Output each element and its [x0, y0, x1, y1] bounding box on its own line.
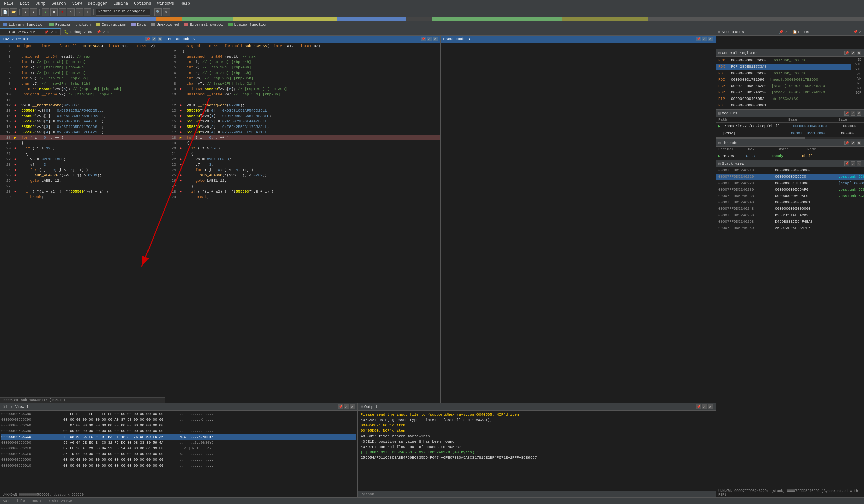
modules-float-btn[interactable]: ⤢	[851, 111, 855, 116]
register-row-rdi[interactable]: RDI0000000317E1D90[heap]:0000000317E1D90	[716, 77, 851, 83]
settings-btn[interactable]: ⚙	[163, 9, 170, 16]
stack-row[interactable]: 00007FFDD52462380000000005C9AF0.bss:unk_…	[716, 193, 864, 199]
tab-enums[interactable]: 📋 Enums 📌 ⤢	[790, 28, 864, 35]
threads-float-btn[interactable]: ⤢	[851, 141, 855, 145]
pseudo-line[interactable]: 1unsigned __int64 __fastcall sub_405CAA(…	[165, 43, 441, 49]
ida-view-close-btn[interactable]: ✕	[158, 37, 162, 41]
register-row-rsi[interactable]: RSI00000000005C6CC0.bss:unk_5C6CC0	[716, 70, 851, 77]
pseudo-line[interactable]: 9● __int64 555500">v8[5]; // [rsp+30h] […	[165, 86, 441, 92]
threads-content[interactable]: Decimal Hex State Name ▶49705C283Readych…	[716, 147, 864, 160]
pseudo-line[interactable]: 29 break;	[165, 194, 441, 200]
tab-ida-pin[interactable]: 📌	[44, 30, 48, 34]
code-line-24[interactable]: 24● for ( j = 0; j <= 4; ++j )	[0, 167, 165, 173]
pseudo-line[interactable]: 5 int k; // [rsp+20h] [rbp-40h]	[165, 65, 441, 70]
pseudocode-a-float-btn[interactable]: ⤢	[427, 37, 432, 41]
hex-row[interactable]: 000000005C6CE0E9 FF 3C AE C9 5D 8A 52 F5…	[1, 446, 356, 451]
pseudo-line[interactable]: 11	[165, 97, 441, 102]
registers-pin-btn[interactable]: 📌	[844, 51, 849, 55]
hex-row[interactable]: 000000005C6CF036 1D 00 00 00 00 00 00 00…	[1, 451, 356, 457]
pseudo-line[interactable]: 19 {	[165, 140, 441, 146]
registers-close-btn[interactable]: ✕	[856, 51, 861, 55]
stack-view-content[interactable]: 00007FFDD5246218000000000000000000007FFD…	[716, 167, 864, 488]
menu-options[interactable]: Options	[131, 1, 154, 7]
pseudocode-b-float-btn[interactable]: ⤢	[702, 37, 707, 41]
pseudocode-a-close-btn[interactable]: ✕	[433, 37, 438, 41]
code-line-8[interactable]: 8 char v7; // [rsp+2Fh] [rbp-31h]	[0, 81, 165, 86]
pseudo-line[interactable]: 20● if ( i > 39 )	[165, 146, 441, 151]
pseudo-line[interactable]: 7 int v6; // [rsp+28h] [rbp-35h]	[165, 76, 441, 81]
pseudo-line[interactable]: 25● sub_4E4060(*(&v6 + j) ^ 0x89);	[165, 173, 441, 178]
pseudo-line[interactable]: 22● v6 = 0xE1EEE0FB;	[165, 157, 441, 162]
pseudocode-a-content[interactable]: 1unsigned __int64 __fastcall sub_405CAA(…	[165, 42, 441, 403]
hex-row[interactable]: 000000005C6CD092 A6 04 CE EC E4 C0 32 FC…	[1, 440, 356, 446]
pseudocode-a-pin-btn[interactable]: 📌	[421, 37, 425, 41]
code-line-11[interactable]: 11	[0, 97, 165, 102]
pseudo-line[interactable]: 21 {	[165, 151, 441, 157]
hex-view-close-btn[interactable]: ✕	[350, 405, 355, 409]
pseudo-line[interactable]: 27 }	[165, 184, 441, 189]
open-btn[interactable]: 📂	[10, 9, 17, 16]
thread-row[interactable]: ▶49705C283Readychall	[716, 152, 864, 160]
ida-view-pin-btn[interactable]: 📌	[145, 37, 150, 41]
module-row[interactable]: ▶/home/ix221/Desktop/chall00000000040000…	[716, 123, 864, 130]
pseudo-line[interactable]: 24● for ( j = 0; j <= 4; ++j )	[165, 167, 441, 173]
pseudo-line[interactable]: 12● v9 = __readfsqword(0x28u);	[165, 102, 441, 108]
stack-row[interactable]: 00007FFDD52462400000000000000001	[716, 199, 864, 206]
code-line-13[interactable]: 13● 555500">v8[0] = 0xD3581C51AF54CD25LL…	[0, 108, 165, 113]
pseudo-line[interactable]: 26● goto LABEL_12;	[165, 178, 441, 184]
code-line-25[interactable]: 25● sub_4E4060(*(&v6 + j) ^ 0x89);	[0, 173, 165, 178]
menu-search[interactable]: Search	[49, 1, 69, 7]
hex-row[interactable]: 000000005C6CB000 00 00 00 00 00 00 00 00…	[1, 428, 356, 434]
register-row-rsp[interactable]: RSP00007FFDD5246220[stack]:00007FFDD5246…	[716, 89, 851, 96]
tab-debug-close[interactable]: ✕	[107, 30, 109, 34]
tab-ida-close[interactable]: ✕	[55, 30, 57, 34]
stack-close-btn[interactable]: ✕	[856, 161, 861, 166]
hex-view-float-btn[interactable]: ⤢	[344, 405, 349, 409]
stack-row[interactable]: 00007FFDD52462300000000005C9AF0.bss:unk_…	[716, 186, 864, 193]
pseudo-line[interactable]: 18▶ for ( i = 0; ; ++ )	[165, 135, 441, 140]
code-line-15[interactable]: 15● 555500">v8[2] = 0xA5B073E06F4A47F6LL…	[0, 119, 165, 124]
code-line-17[interactable]: 17● 555500">v8[4] = 0x579963A8FF2FEA71LL…	[0, 130, 165, 135]
menu-lumina[interactable]: Lumina	[111, 1, 131, 7]
output-float-btn[interactable]: ⤢	[702, 405, 707, 409]
code-line-18[interactable]: 18▶ for ( i = 0; ; ++ )	[0, 135, 165, 140]
hex-view-pin-btn[interactable]: 📌	[338, 405, 343, 409]
menu-edit[interactable]: Edit	[17, 1, 32, 7]
register-row-rcx[interactable]: RCX00000000005C6CC0.bss:unk_5C6CC0	[716, 57, 851, 64]
modules-pin-btn[interactable]: 📌	[844, 111, 849, 116]
pseudo-line[interactable]: 23● v7 = -3;	[165, 162, 441, 167]
code-line-6[interactable]: 6 int k; // [rsp+24h] [rbp-3Ch]	[0, 70, 165, 76]
code-line-27[interactable]: 27 }	[0, 184, 165, 189]
stack-float-btn[interactable]: ⤢	[851, 161, 855, 166]
code-line-21[interactable]: 21 {	[0, 151, 165, 157]
registers-content[interactable]: RCX00000000005C6CC0.bss:unk_5C6CC0RDXF6F…	[716, 57, 851, 109]
code-line-29[interactable]: 29 break;	[0, 194, 165, 200]
code-line-14[interactable]: 14● 555500">v8[1] = 0xD45DB83EC564F4BA8L…	[0, 113, 165, 119]
menu-windows[interactable]: Windows	[155, 1, 177, 7]
structures-pin[interactable]: 📌	[779, 30, 783, 34]
run-btn[interactable]: ▶	[42, 9, 49, 16]
pseudo-line[interactable]: 10 unsigned __int64 v9; // [rsp+58h] [rb…	[165, 92, 441, 97]
modules-content[interactable]: Path Base Size ▶/home/ix221/Desktop/chal…	[716, 117, 864, 137]
hex-row[interactable]: 000000005C6CC04E 08 58 C6 FC 0E 91 B3 E1…	[1, 434, 356, 440]
new-btn[interactable]: 📄	[1, 9, 9, 16]
hex-row[interactable]: 000000005C6CA0F8 07 00 00 00 00 00 00 00…	[1, 423, 356, 428]
code-line-26[interactable]: 26● goto LABEL_12;	[0, 178, 165, 184]
pseudo-line[interactable]: 14● 555500">v8[1] = 0xD45DB83EC564F4BA8L…	[165, 113, 441, 119]
tab-structures[interactable]: ▦ Structures 📌 ⤢	[716, 28, 790, 35]
module-row[interactable]: [vdso]00007FFD5318000000000	[716, 130, 864, 137]
code-line-20[interactable]: 20● if ( i > 39 )	[0, 146, 165, 151]
hex-row[interactable]: 000000005C6D0000 00 00 00 00 00 00 00 00…	[1, 457, 356, 463]
output-content[interactable]: Please send the input file to <support@h…	[358, 410, 716, 491]
menu-help[interactable]: Help	[178, 1, 193, 7]
threads-pin-btn[interactable]: 📌	[844, 141, 849, 145]
tab-ida-view[interactable]: ☰ IDA View-RIP 📌 ⤢ ✕	[0, 28, 61, 35]
code-line-22[interactable]: 22● v6 = 0xE1EEE0FB;	[0, 157, 165, 162]
step-out-btn[interactable]: ↑	[84, 9, 92, 16]
code-line-16[interactable]: 16● 555500">v8[3] = 0xF6F42B5E8117C3A8LL…	[0, 124, 165, 130]
pseudocode-b-pin-btn[interactable]: 📌	[696, 37, 701, 41]
stack-row[interactable]: 00007FFDD5246250D3581C51AF54CD25	[716, 212, 864, 219]
menu-debugger[interactable]: Debugger	[85, 1, 110, 7]
tab-debug-float[interactable]: ⤢	[103, 30, 105, 34]
search-btn[interactable]: 🔍	[154, 9, 162, 16]
